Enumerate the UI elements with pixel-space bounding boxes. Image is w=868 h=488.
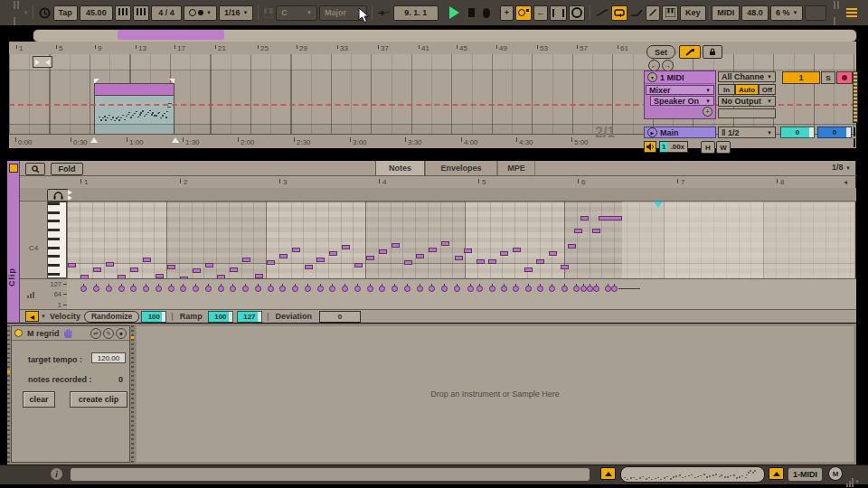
monitor-in-button[interactable]: In	[718, 84, 735, 95]
velocity-marker[interactable]	[489, 286, 495, 292]
lane-select-button[interactable]: ◀	[25, 311, 39, 322]
velocity-marker[interactable]	[342, 286, 348, 292]
piano-keyboard[interactable]	[47, 202, 67, 278]
arrangement-overview[interactable]	[33, 29, 857, 42]
midi-note[interactable]	[404, 260, 412, 265]
velocity-marker[interactable]	[205, 286, 212, 292]
midi-note[interactable]	[513, 248, 521, 252]
track-unfold-button[interactable]: ▼	[647, 72, 657, 82]
velocity-marker[interactable]	[525, 286, 532, 292]
computer-midi-keyboard-button[interactable]	[662, 5, 678, 21]
loop-marker-lane[interactable]	[20, 188, 856, 202]
midi-note[interactable]	[193, 268, 201, 273]
velocity-marker[interactable]	[268, 286, 274, 292]
overview-clip-segment[interactable]	[118, 30, 224, 40]
device-save-button[interactable]: ■	[116, 328, 127, 339]
velocity-marker[interactable]	[130, 286, 137, 292]
midi-note[interactable]	[580, 216, 589, 221]
height-zoom-button[interactable]: H	[701, 141, 715, 154]
add-lane-button[interactable]: +	[703, 107, 712, 117]
velocity-marker[interactable]	[605, 286, 611, 292]
midi-note[interactable]	[167, 265, 175, 269]
velocity-marker[interactable]	[537, 286, 543, 292]
velocity-marker[interactable]	[573, 286, 580, 292]
ruler-zoom-icon[interactable]: ◂	[844, 178, 847, 186]
loop-switch[interactable]	[569, 5, 585, 21]
midi-note[interactable]	[524, 267, 533, 272]
velocity-marker[interactable]	[93, 286, 99, 292]
midi-from-chooser[interactable]: All Channels▼	[718, 71, 776, 82]
randomize-button[interactable]: Randomize	[84, 311, 139, 323]
velocity-marker[interactable]	[255, 286, 261, 292]
velocity-marker[interactable]	[156, 286, 162, 292]
device-hot-swap-button[interactable]: ⇄	[90, 328, 101, 339]
ramp-from-field[interactable]: 100	[208, 311, 233, 323]
device-edit-button[interactable]: ✎	[103, 328, 114, 339]
velocity-marker[interactable]	[429, 286, 435, 292]
midi-note[interactable]	[316, 258, 325, 262]
insert-marker[interactable]	[654, 202, 663, 208]
output-channel-box[interactable]	[718, 108, 776, 118]
midi-note[interactable]	[488, 259, 496, 264]
velocity-marker[interactable]	[379, 286, 385, 292]
velocity-marker[interactable]	[417, 286, 423, 292]
track-header[interactable]: ▼ 1 MIDI Mixer▼ Speaker On▼ +	[644, 70, 716, 119]
midi-note[interactable]	[574, 229, 582, 233]
midi-note[interactable]	[429, 248, 437, 252]
midi-note[interactable]	[379, 249, 387, 254]
midi-overdub-button[interactable]	[515, 5, 532, 21]
locator-icon[interactable]	[172, 137, 179, 143]
velocity-marker[interactable]	[242, 286, 249, 292]
preview-speaker-button[interactable]	[644, 141, 656, 153]
clip-title-bar[interactable]	[95, 84, 174, 96]
velocity-lane[interactable]: 127641	[20, 278, 856, 309]
midi-note[interactable]	[592, 229, 600, 233]
velocity-marker[interactable]	[476, 286, 483, 292]
info-icon[interactable]: i	[51, 468, 62, 480]
time-signature-field[interactable]: 4 / 4	[151, 5, 182, 21]
play-button[interactable]	[449, 6, 459, 19]
clip-color-swatch[interactable]	[9, 164, 18, 173]
midi-note[interactable]	[106, 262, 114, 267]
follow-icon[interactable]: ➔··	[378, 8, 391, 17]
midi-note[interactable]	[305, 265, 313, 269]
velocity-marker[interactable]	[193, 286, 199, 292]
record-button[interactable]	[483, 8, 490, 18]
velocity-marker[interactable]	[317, 286, 324, 292]
tab-mpe[interactable]: MPE	[497, 161, 536, 175]
solo-button[interactable]: S	[821, 71, 835, 84]
show-track-button[interactable]	[769, 467, 784, 480]
arrangement-position-field[interactable]: 9. 1. 1	[393, 5, 439, 21]
velocity-marker[interactable]	[561, 286, 568, 292]
show-clip-overview-button[interactable]	[600, 467, 616, 480]
velocity-marker[interactable]	[611, 286, 618, 292]
width-zoom-button[interactable]: W	[716, 141, 731, 154]
send-b-knob[interactable]: 0	[817, 127, 852, 138]
velocity-marker[interactable]	[454, 286, 460, 292]
draw-automation-button[interactable]	[679, 45, 701, 59]
link-caret-icon[interactable]: ▼	[24, 10, 29, 15]
crossfade-chooser[interactable]: ‖ 1/2▼	[718, 127, 776, 138]
tempo-field[interactable]: 45.00	[80, 5, 113, 21]
midi-note[interactable]	[549, 251, 557, 256]
zoom-search-button[interactable]	[25, 163, 45, 175]
monitor-auto-button[interactable]: Auto	[735, 84, 759, 95]
ramp-to-field[interactable]: 127	[237, 311, 262, 323]
device-title-bar[interactable]: M regrid ⇄ ✎ ■	[12, 326, 129, 341]
midi-note[interactable]	[279, 254, 288, 258]
midi-note[interactable]	[242, 258, 250, 262]
midi-note[interactable]	[568, 244, 576, 249]
midi-note[interactable]	[342, 245, 350, 249]
velocity-marker[interactable]	[593, 286, 599, 292]
midi-note[interactable]	[230, 267, 238, 272]
midi-note[interactable]	[441, 241, 449, 246]
randomize-amount-field[interactable]: 100	[141, 311, 166, 323]
arm-button[interactable]	[836, 71, 853, 84]
set-button[interactable]: Set	[646, 45, 675, 59]
track-activator[interactable]: 1	[782, 71, 820, 84]
velocity-marker[interactable]	[587, 286, 593, 292]
velocity-marker[interactable]	[580, 286, 587, 292]
velocity-marker[interactable]	[218, 286, 224, 292]
midi-note[interactable]	[392, 243, 400, 248]
new-button[interactable]: +	[500, 5, 514, 21]
